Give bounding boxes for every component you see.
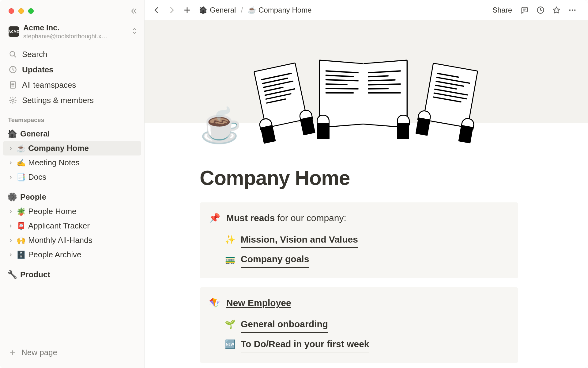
sidebar-page-general-1[interactable]: ✍️Meeting Notes [3, 155, 141, 170]
sidebar-page-people-2[interactable]: 🙌Monthly All-Hands [3, 233, 141, 247]
expand-collapse-icon [131, 27, 138, 36]
teamspace-product-row[interactable]: 🔧 Product [3, 267, 141, 282]
sidebar-page-label: Meeting Notes [28, 158, 80, 167]
sidebar-page-label: People Home [28, 207, 77, 216]
link-emoji-icon: ✨ [225, 233, 235, 247]
page-emoji-icon: 📮 [17, 222, 26, 230]
teamspace-people-label: People [20, 192, 46, 202]
page-emoji-icon: 📑 [17, 173, 26, 182]
sidebar-page-label: Monthly All-Hands [28, 236, 92, 245]
topbar: 🏠 General / ☕ Company Home Share [145, 0, 588, 20]
nav-settings-label: Settings & members [22, 96, 94, 105]
sidebar-page-people-0[interactable]: 🪴People Home [3, 204, 141, 219]
more-button[interactable] [566, 4, 579, 17]
home-icon: 🏠 [199, 6, 207, 14]
teamspace-general-row[interactable]: 🏠 General [3, 127, 141, 141]
plus-icon: ＋ [8, 346, 17, 359]
link-emoji-icon: 🆕 [225, 337, 235, 351]
chevron-right-icon[interactable] [7, 251, 14, 258]
nav-settings[interactable]: Settings & members [3, 93, 141, 108]
link-emoji-icon: 🌱 [225, 317, 235, 332]
main-area: 🏠 General / ☕ Company Home Share [145, 0, 588, 368]
callout-emoji-icon: 📌 [209, 210, 220, 226]
link-emoji-icon: 🚃 [225, 252, 235, 266]
page-emoji-icon: 🪴 [17, 207, 26, 216]
wrench-icon: 🔧 [7, 270, 17, 279]
window-maximize-button[interactable] [28, 8, 34, 14]
callout-link-label: General onboarding [241, 316, 328, 333]
callout-link-0-0[interactable]: ✨Mission, Vision and Values [209, 230, 509, 250]
teamspace-product: 🔧 Product [0, 267, 144, 282]
clock-icon [8, 65, 18, 75]
page-emoji-icon: 🙌 [17, 236, 26, 245]
callout-link-0-1[interactable]: 🚃Company goals [209, 250, 509, 270]
sidebar-page-label: People Archive [28, 250, 81, 259]
cover-illustration [259, 57, 473, 125]
page-emoji-icon: 🗄️ [17, 251, 26, 259]
sidebar-page-label: Company Home [28, 144, 89, 153]
callout-emoji-icon: 🪁 [209, 295, 220, 311]
callout-link-1-1[interactable]: 🆕To Do/Read in your first week [209, 335, 509, 355]
page-title[interactable]: Company Home [200, 166, 518, 190]
coffee-icon: ☕ [248, 6, 256, 14]
chevron-right-icon[interactable] [7, 208, 14, 215]
workspace-email: stephanie@toolsforthought.x… [23, 33, 107, 40]
sidebar-page-general-0[interactable]: ☕Company Home [3, 141, 141, 155]
nav-updates[interactable]: Updates [3, 62, 141, 77]
breadcrumb-parent[interactable]: 🏠 General [197, 5, 238, 16]
nav-updates-label: Updates [22, 65, 54, 75]
nav-forward-button[interactable] [165, 4, 178, 17]
callout-1[interactable]: 🪁New Employee🌱General onboarding🆕To Do/R… [200, 287, 518, 363]
svg-point-3 [12, 99, 14, 101]
sidebar-page-people-1[interactable]: 📮Applicant Tracker [3, 219, 141, 233]
svg-point-6 [572, 10, 573, 11]
callout-heading: Must reads for our company: [226, 210, 346, 226]
chevron-right-icon[interactable] [7, 159, 14, 166]
nav-search[interactable]: Search [3, 47, 141, 62]
window-minimize-button[interactable] [18, 8, 24, 14]
home-icon: 🏠 [7, 129, 17, 139]
window-controls [0, 0, 144, 21]
new-page-label: New page [21, 348, 57, 357]
sidebar-page-general-2[interactable]: 📑Docs [3, 170, 141, 184]
chevron-right-icon[interactable] [7, 223, 14, 229]
teamspace-general-label: General [20, 129, 50, 139]
page-emoji-icon: ☕ [17, 144, 26, 153]
page-emoji-icon: ✍️ [17, 159, 26, 167]
breadcrumb-separator: / [241, 6, 243, 14]
svg-rect-2 [10, 82, 15, 88]
sidebar-collapse-button[interactable] [130, 7, 138, 15]
sidebar: ACME Acme Inc. stephanie@toolsforthought… [0, 0, 145, 368]
chevron-right-icon[interactable] [7, 174, 14, 181]
callout-link-1-0[interactable]: 🌱General onboarding [209, 315, 509, 335]
search-icon [8, 49, 18, 59]
svg-point-5 [569, 10, 571, 11]
workspace-switcher[interactable]: ACME Acme Inc. stephanie@toolsforthought… [0, 21, 144, 44]
history-button[interactable] [534, 4, 547, 17]
callout-link-label: Company goals [241, 251, 309, 268]
callout-0[interactable]: 📌Must reads for our company:✨Mission, Vi… [200, 202, 518, 278]
callout-heading[interactable]: New Employee [226, 295, 291, 311]
page-cover[interactable]: ☕ [145, 20, 588, 123]
teamspaces-section-header: Teamspaces [0, 109, 144, 127]
primary-nav: Search Updates All teamspaces Settings &… [0, 44, 144, 109]
favorite-button[interactable] [550, 4, 563, 17]
page-content: Company Home 📌Must reads for our company… [145, 123, 588, 368]
sidebar-footer: ＋ New page [0, 338, 144, 368]
new-tab-button[interactable] [181, 4, 194, 17]
callout-link-label: To Do/Read in your first week [241, 336, 369, 353]
breadcrumb-current[interactable]: ☕ Company Home [246, 5, 313, 16]
callout-link-label: Mission, Vision and Values [241, 232, 358, 248]
building-icon [8, 80, 18, 90]
sidebar-page-people-3[interactable]: 🗄️People Archive [3, 247, 141, 262]
chevron-right-icon[interactable] [7, 145, 14, 152]
teamspace-people-row[interactable]: 🌼 People [3, 190, 141, 204]
share-button[interactable]: Share [489, 4, 515, 16]
nav-back-button[interactable] [150, 4, 163, 17]
new-page-button[interactable]: ＋ New page [3, 343, 141, 362]
comments-button[interactable] [518, 4, 531, 17]
chevron-right-icon[interactable] [7, 237, 14, 244]
window-close-button[interactable] [9, 8, 14, 14]
gear-icon [8, 95, 18, 105]
nav-all-teamspaces[interactable]: All teamspaces [3, 77, 141, 93]
